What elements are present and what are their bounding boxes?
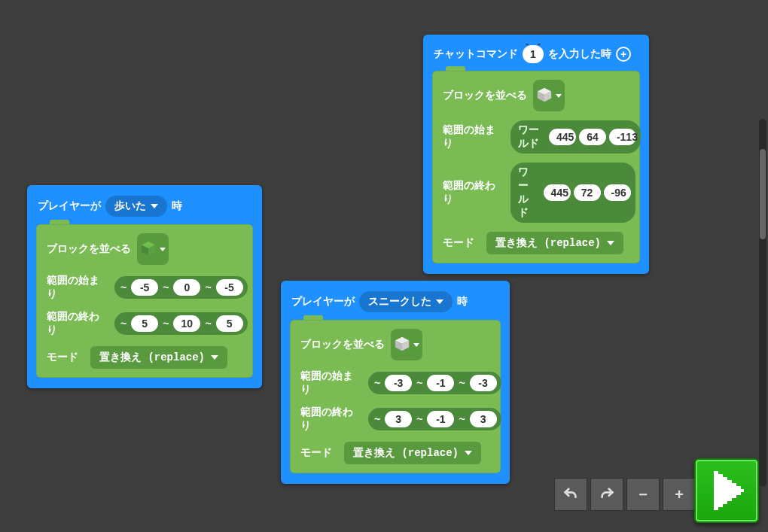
relative-position-end[interactable]: ~ 3 ~ -1 ~ 3: [368, 408, 501, 430]
tilde-label: ~: [161, 318, 170, 330]
tilde-label: ~: [457, 377, 466, 389]
play-icon: [709, 471, 744, 510]
coord-x-input[interactable]: 3: [385, 411, 412, 427]
tilde-label: ~: [415, 413, 424, 425]
header-text-prefix: プレイヤーが: [38, 199, 101, 213]
header-text-prefix: プレイヤーが: [291, 295, 355, 309]
world-coord-label: ワールド: [515, 166, 541, 220]
fill-label: ブロックを並べる: [47, 242, 131, 256]
mode-label: モード: [47, 351, 84, 364]
relative-position-end[interactable]: ~ 5 ~ 10 ~ 5: [114, 312, 248, 335]
cube-plain-icon: [394, 336, 410, 354]
tilde-label: ~: [161, 281, 170, 293]
header-text-prefix: チャットコマンド: [434, 47, 518, 61]
coord-z-input[interactable]: 5: [216, 315, 243, 332]
block-type-picker[interactable]: [533, 80, 565, 111]
coord-z-input[interactable]: -96: [604, 184, 631, 201]
fill-block[interactable]: ブロックを並べる 範囲の始まり ~ -3 ~ -1 ~ -3: [290, 320, 501, 473]
coord-z-input[interactable]: -3: [470, 375, 497, 391]
start-label: 範囲の始まり: [47, 274, 108, 301]
fill-mode-dropdown[interactable]: 置き換え (replace): [90, 346, 227, 369]
block-on-player-sneak[interactable]: プレイヤーが スニークした 時 ブロックを並べる 範囲の始まり ~ -3: [281, 281, 510, 484]
coord-x-input[interactable]: 5: [131, 315, 158, 332]
world-position-end[interactable]: ワールド 445 72 -96: [510, 163, 635, 223]
coord-x-input[interactable]: -5: [131, 279, 158, 296]
tilde-label: ~: [203, 318, 212, 330]
mode-label: モード: [300, 446, 338, 460]
fill-mode-dropdown[interactable]: 置き換え (replace): [344, 442, 481, 464]
mode-value: 置き換え (replace): [495, 236, 601, 250]
fill-label: ブロックを並べる: [300, 338, 385, 351]
coord-y-input[interactable]: 0: [173, 279, 200, 296]
coord-x-input[interactable]: -3: [385, 375, 412, 391]
redo-button[interactable]: [590, 478, 623, 511]
coord-y-input[interactable]: -1: [427, 411, 454, 427]
vertical-scrollbar[interactable]: [759, 119, 766, 487]
coord-z-input[interactable]: -113: [609, 129, 636, 145]
world-coord-label: ワールド: [515, 123, 546, 150]
block-type-picker[interactable]: [137, 233, 169, 265]
world-position-start[interactable]: ワールド 445 64 -113: [510, 120, 641, 154]
block-type-picker[interactable]: [391, 329, 422, 360]
block-header: プレイヤーが 歩いた 時: [36, 193, 253, 224]
tilde-label: ~: [119, 281, 128, 293]
editor-toolbar: − +: [554, 478, 696, 511]
fill-block[interactable]: ブロックを並べる 範囲の始まり ~ -5 ~ 0 ~ -5: [36, 224, 253, 378]
cube-plain-icon: [536, 87, 553, 105]
header-text-suffix: を入力した時: [548, 47, 611, 61]
coord-x-input[interactable]: 445: [549, 129, 576, 145]
coord-z-input[interactable]: -5: [216, 279, 243, 296]
fill-label: ブロックを並べる: [443, 89, 527, 102]
tilde-label: ~: [373, 413, 382, 425]
player-event-dropdown[interactable]: 歩いた: [105, 196, 167, 217]
zoom-in-button[interactable]: +: [663, 478, 696, 511]
mode-label: モード: [443, 236, 480, 250]
start-label: 範囲の始まり: [300, 369, 362, 397]
end-label: 範囲の終わり: [47, 310, 108, 337]
header-text-suffix: 時: [457, 295, 468, 309]
redo-icon: [599, 486, 615, 503]
mode-value: 置き換え (replace): [353, 446, 459, 460]
end-label: 範囲の終わり: [443, 179, 504, 206]
dropdown-value: 歩いた: [114, 199, 146, 213]
run-button[interactable]: [694, 458, 759, 523]
coord-y-input[interactable]: 64: [579, 129, 606, 145]
zoom-out-button[interactable]: −: [626, 478, 660, 511]
undo-button[interactable]: [554, 478, 587, 511]
tilde-label: ~: [373, 377, 382, 389]
tilde-label: ~: [457, 413, 466, 425]
tilde-label: ~: [415, 377, 424, 389]
mode-value: 置き換え (replace): [99, 351, 205, 364]
end-label: 範囲の終わり: [300, 406, 362, 433]
fill-block[interactable]: ブロックを並べる 範囲の始まり ワールド 445 64 -113 範囲の終わり: [432, 71, 640, 263]
dropdown-value: スニークした: [368, 295, 431, 309]
add-parameter-button[interactable]: +: [616, 47, 631, 62]
undo-icon: [562, 486, 579, 503]
chat-command-input[interactable]: 1: [523, 45, 544, 63]
coord-x-input[interactable]: 445: [544, 184, 571, 201]
coord-y-input[interactable]: 10: [173, 315, 200, 332]
tilde-label: ~: [203, 281, 212, 293]
fill-mode-dropdown[interactable]: 置き換え (replace): [486, 232, 623, 254]
relative-position-start[interactable]: ~ -5 ~ 0 ~ -5: [114, 276, 248, 299]
tilde-label: ~: [119, 318, 128, 330]
block-on-player-walk[interactable]: プレイヤーが 歩いた 時 ブロックを並べる 範囲の始まり ~ -5: [27, 185, 262, 388]
workspace-canvas[interactable]: チャットコマンド 1 を入力した時 + ブロックを並べる 範囲の始まり ワールド…: [0, 0, 768, 532]
relative-position-start[interactable]: ~ -3 ~ -1 ~ -3: [368, 372, 501, 394]
coord-z-input[interactable]: 3: [470, 411, 497, 427]
player-event-dropdown[interactable]: スニークした: [359, 291, 453, 312]
block-on-chat-command[interactable]: チャットコマンド 1 を入力した時 + ブロックを並べる 範囲の始まり ワールド…: [423, 35, 649, 274]
cube-grass-icon: [140, 240, 157, 258]
start-label: 範囲の始まり: [443, 123, 504, 150]
header-text-suffix: 時: [172, 199, 182, 213]
coord-y-input[interactable]: -1: [427, 375, 454, 391]
coord-y-input[interactable]: 72: [574, 184, 601, 201]
